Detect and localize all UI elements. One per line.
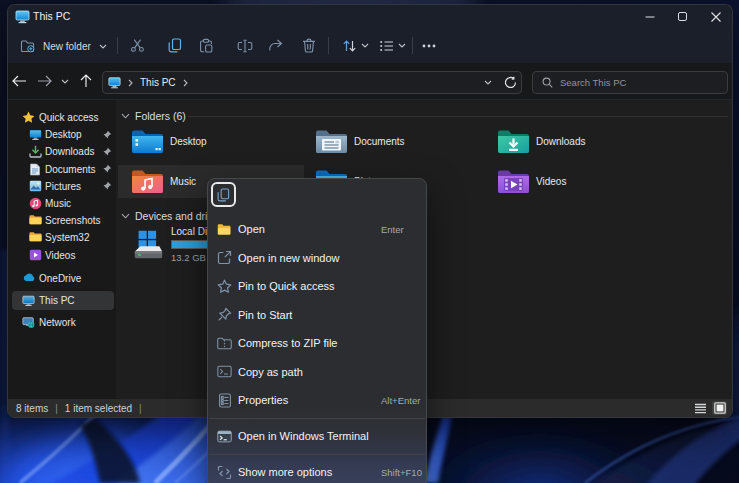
sidebar-item-label: Documents <box>45 164 96 175</box>
details-view-button[interactable] <box>693 401 708 415</box>
sidebar-item-documents[interactable]: Documents <box>8 161 116 178</box>
menu-item-pin-to-start[interactable]: Pin to Start <box>208 301 426 330</box>
pinstart-icon <box>217 307 232 322</box>
sidebar-item-onedrive[interactable]: OneDrive <box>8 268 116 290</box>
recent-locations-chevron[interactable] <box>55 71 75 91</box>
folder-icon <box>29 231 42 244</box>
sidebar-item-downloads[interactable]: Downloads <box>8 143 116 160</box>
menu-item-shortcut: Alt+Enter <box>381 395 420 406</box>
back-button[interactable] <box>9 71 29 91</box>
open-icon <box>217 222 232 237</box>
copy-icon <box>217 188 230 202</box>
file-tile-desktop[interactable]: Desktop <box>118 125 304 158</box>
showmore-icon <box>217 465 232 480</box>
tile-documents-icon <box>315 128 348 155</box>
sidebar-item-label: Videos <box>45 250 75 261</box>
sidebar-item-label: System32 <box>45 232 89 243</box>
sidebar-item-label: Downloads <box>45 146 94 157</box>
sidebar-item-music[interactable]: Music <box>8 195 116 212</box>
onedrive-icon <box>22 272 35 285</box>
menu-item-label: Pin to Quick access <box>238 280 335 292</box>
close-button[interactable] <box>699 5 732 28</box>
breadcrumb-this-pc[interactable]: This PC <box>140 77 176 88</box>
new-folder-label: New folder <box>43 41 91 52</box>
context-menu-quick-actions <box>211 182 236 212</box>
toolbar-divider <box>328 37 329 54</box>
new-folder-button[interactable]: New folder <box>20 35 107 57</box>
menu-item-label: Pin to Start <box>238 309 292 321</box>
copypath-icon <box>217 364 232 379</box>
menu-item-show-more-options[interactable]: Show more optionsShift+F10 <box>208 458 426 483</box>
menu-item-open[interactable]: OpenEnter <box>208 215 426 244</box>
rename-button[interactable] <box>234 35 256 56</box>
this-pc-window-icon <box>15 9 30 24</box>
paste-button[interactable] <box>195 35 217 56</box>
status-divider: | <box>55 403 58 414</box>
see-more-button[interactable] <box>418 35 440 56</box>
search-box[interactable]: Search This PC <box>532 71 728 94</box>
title-bar: This PC <box>8 5 732 28</box>
sidebar-item-quick-access[interactable]: Quick access <box>8 109 116 126</box>
large-icons-view-button[interactable] <box>712 401 727 415</box>
sidebar-item-desktop[interactable]: Desktop <box>8 126 116 143</box>
sidebar-item-videos[interactable]: Videos <box>8 247 116 264</box>
sidebar-item-label: This PC <box>39 295 75 306</box>
menu-item-label: Open in new window <box>238 252 340 264</box>
minimize-button[interactable] <box>633 5 666 28</box>
sidebar-item-pictures[interactable]: Pictures <box>8 178 116 195</box>
view-button[interactable] <box>373 35 411 56</box>
tile-downloads-icon <box>497 128 530 155</box>
menu-item-shortcut: Shift+F10 <box>381 467 422 478</box>
address-dropdown-chevron[interactable] <box>484 80 492 85</box>
sidebar-item-label: Screenshots <box>45 215 101 226</box>
toolbar-divider <box>412 37 413 54</box>
quick-action-copy-button[interactable] <box>211 182 236 207</box>
sidebar-item-label: Desktop <box>45 129 82 140</box>
sidebar-item-network[interactable]: Network <box>8 312 116 334</box>
up-button[interactable] <box>76 71 96 91</box>
address-bar[interactable]: This PC <box>102 71 522 94</box>
folder-icon <box>29 214 42 227</box>
delete-button[interactable] <box>298 35 320 56</box>
maximize-button[interactable] <box>666 5 699 28</box>
chevron-expanded-icon <box>121 213 130 219</box>
navigation-pane: Quick accessDesktopDownloadsDocumentsPic… <box>8 100 116 401</box>
menu-item-open-in-new-window[interactable]: Open in new window <box>208 244 426 273</box>
music-icon <box>29 197 42 210</box>
menu-item-compress-to-zip-file[interactable]: Compress to ZIP file <box>208 329 426 358</box>
menu-item-copy-as-path[interactable]: Copy as path <box>208 358 426 387</box>
chevron-expanded-icon <box>121 113 130 119</box>
status-selection: 1 item selected <box>65 403 132 414</box>
new-folder-icon <box>20 38 36 54</box>
menu-item-open-in-windows-terminal[interactable]: Open in Windows Terminal <box>208 422 426 451</box>
menu-item-label: Compress to ZIP file <box>238 337 337 349</box>
file-tile-videos[interactable]: Videos <box>484 165 670 198</box>
download-icon <box>29 145 42 158</box>
command-bar: New folder <box>8 28 732 63</box>
file-tile-label: Desktop <box>170 136 207 147</box>
copy-button[interactable] <box>164 35 186 56</box>
menu-item-properties[interactable]: PropertiesAlt+Enter <box>208 386 426 415</box>
network-icon <box>22 316 35 329</box>
sidebar-item-system32[interactable]: System32 <box>8 229 116 246</box>
sidebar-item-screenshots[interactable]: Screenshots <box>8 212 116 229</box>
share-button[interactable] <box>264 35 286 56</box>
file-tile-documents[interactable]: Documents <box>302 125 488 158</box>
cut-button[interactable] <box>127 35 149 56</box>
file-tile-downloads[interactable]: Downloads <box>484 125 670 158</box>
forward-button[interactable] <box>35 71 55 91</box>
folders-group-title: Folders (6) <box>135 110 186 122</box>
breadcrumb-chevron-icon[interactable] <box>183 79 188 87</box>
newwindow-icon <box>217 250 232 265</box>
pin-icon <box>102 147 112 157</box>
document-icon <box>29 163 42 176</box>
toolbar-divider <box>117 37 118 54</box>
file-tile-label: Videos <box>536 176 566 187</box>
menu-item-pin-to-quick-access[interactable]: Pin to Quick access <box>208 272 426 301</box>
folders-group-header[interactable]: Folders (6) <box>121 108 186 124</box>
sort-button[interactable] <box>336 35 374 56</box>
sidebar-item-this-pc[interactable]: This PC <box>8 290 116 312</box>
refresh-button[interactable] <box>504 76 517 89</box>
sidebar-item-label: OneDrive <box>39 273 81 284</box>
file-tile-label: Music <box>170 176 196 187</box>
